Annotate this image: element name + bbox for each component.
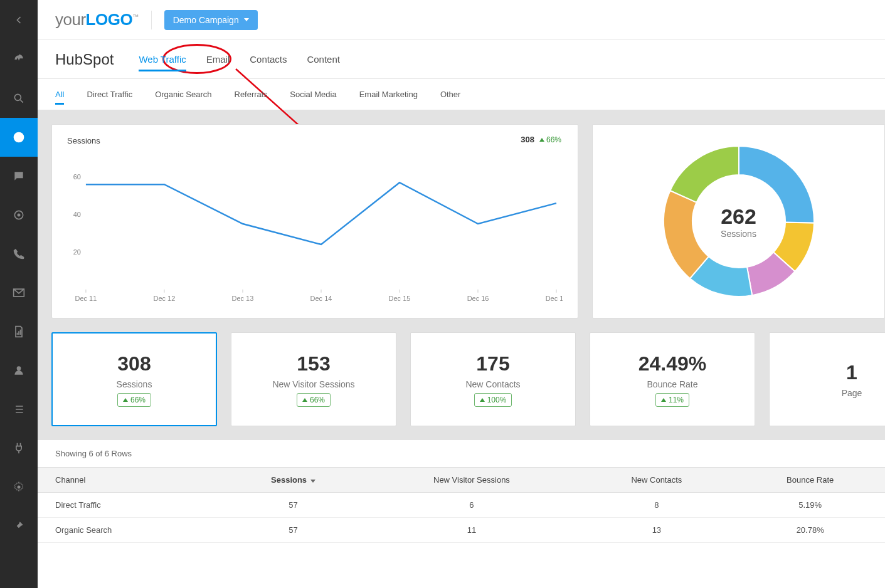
sidebar-chat[interactable] [0, 157, 38, 196]
sidebar-analytics[interactable] [0, 118, 38, 157]
topbar: yourLOGO™ Demo Campaign [38, 0, 885, 40]
channels-table: ChannelSessionsNew Visitor SessionsNew C… [38, 467, 885, 543]
sidebar-list[interactable] [0, 390, 38, 429]
subtab-email-marketing[interactable]: Email Marketing [359, 80, 418, 108]
svg-text:Dec 16: Dec 16 [467, 295, 489, 302]
topbar-separator [151, 11, 152, 29]
svg-text:Dec 15: Dec 15 [389, 295, 411, 302]
sessions-chart-card: Sessions 308 66% 204060Dec 11Dec 12Dec 1… [51, 124, 578, 318]
logo: yourLOGO™ [55, 10, 139, 29]
campaign-label: Demo Campaign [173, 15, 239, 25]
sidebar-user[interactable] [0, 351, 38, 390]
triangle-up-icon [539, 138, 544, 142]
sidebar-collapse[interactable] [0, 0, 38, 40]
chart-header-value: 308 66% [521, 135, 561, 144]
sidebar-plugin[interactable] [0, 429, 38, 468]
sidebar [0, 0, 38, 588]
sidebar-target[interactable] [0, 196, 38, 234]
page-title: HubSpot [55, 51, 114, 68]
svg-point-4 [18, 486, 21, 489]
svg-point-3 [17, 366, 21, 370]
subtab-all[interactable]: All [55, 80, 64, 108]
subtab-other[interactable]: Other [440, 80, 461, 108]
content: Sessions 308 66% 204060Dec 11Dec 12Dec 1… [38, 110, 885, 543]
col-channel[interactable]: Channel [38, 468, 221, 493]
svg-text:Dec 14: Dec 14 [310, 295, 332, 302]
chart-pct-badge: 66% [539, 135, 561, 144]
col-new-contacts[interactable]: New Contacts [578, 468, 735, 493]
svg-text:20: 20 [73, 248, 81, 256]
subtab-bar: AllDirect TrafficOrganic SearchReferrals… [38, 79, 885, 110]
tab-email[interactable]: Email [206, 42, 230, 76]
svg-text:Dec 17: Dec 17 [546, 295, 563, 302]
svg-text:60: 60 [73, 173, 81, 181]
kpi-bounce-rate[interactable]: 24.49%Bounce Rate11% [590, 332, 755, 426]
kpi-new-contacts[interactable]: 175New Contacts100% [410, 332, 576, 426]
tab-contacts[interactable]: Contacts [250, 42, 287, 76]
donut-card: 262 Sessions [592, 124, 885, 318]
table-body: Direct Traffic57685.19%Organic Search571… [38, 493, 885, 543]
campaign-dropdown[interactable]: Demo Campaign [164, 10, 258, 30]
sessions-line-chart: 204060Dec 11Dec 12Dec 13Dec 14Dec 15Dec … [67, 152, 563, 308]
sidebar-report[interactable] [0, 312, 38, 351]
table-row[interactable]: Organic Search57111320.78% [38, 518, 885, 543]
chevron-down-icon [244, 18, 249, 21]
sidebar-settings[interactable] [0, 468, 38, 507]
svg-text:Dec 11: Dec 11 [75, 295, 97, 302]
tab-content[interactable]: Content [307, 42, 340, 76]
main: yourLOGO™ Demo Campaign HubSpot Web Traf… [38, 0, 885, 588]
sidebar-phone[interactable] [0, 234, 38, 273]
col-bounce-rate[interactable]: Bounce Rate [735, 468, 885, 493]
subtab-direct-traffic[interactable]: Direct Traffic [87, 80, 132, 108]
col-new-visitor-sessions[interactable]: New Visitor Sessions [366, 468, 578, 493]
table-row[interactable]: Direct Traffic57685.19% [38, 493, 885, 518]
tab-bar: HubSpot Web TrafficEmailContactsContent [38, 40, 885, 79]
svg-text:Dec 12: Dec 12 [154, 295, 176, 302]
donut-center: 262 Sessions [721, 204, 756, 239]
sidebar-dashboard[interactable] [0, 40, 38, 79]
kpi-new-visitor-sessions[interactable]: 153New Visitor Sessions66% [231, 332, 396, 426]
col-sessions[interactable]: Sessions [221, 468, 366, 493]
kpi-page[interactable]: 1Page [769, 332, 885, 426]
sidebar-pin[interactable] [0, 507, 38, 545]
kpi-sessions[interactable]: 308Sessions66% [51, 332, 217, 426]
subtab-social-media[interactable]: Social Media [290, 80, 336, 108]
subtab-referrals[interactable]: Referrals [235, 80, 268, 108]
svg-text:Dec 13: Dec 13 [232, 295, 254, 302]
table-section: Showing 6 of 6 Rows ChannelSessionsNew V… [38, 440, 885, 543]
svg-point-2 [18, 214, 21, 217]
sidebar-mail[interactable] [0, 273, 38, 312]
subtab-organic-search[interactable]: Organic Search [155, 80, 211, 108]
sidebar-search[interactable] [0, 79, 38, 118]
kpi-row: 308Sessions66%153New Visitor Sessions66%… [51, 332, 885, 426]
chart-title: Sessions [67, 136, 563, 145]
table-info: Showing 6 of 6 Rows [38, 440, 885, 467]
table-header-row: ChannelSessionsNew Visitor SessionsNew C… [38, 468, 885, 493]
svg-text:40: 40 [73, 211, 81, 218]
tab-web-traffic[interactable]: Web Traffic [139, 42, 186, 76]
svg-point-0 [14, 94, 21, 100]
